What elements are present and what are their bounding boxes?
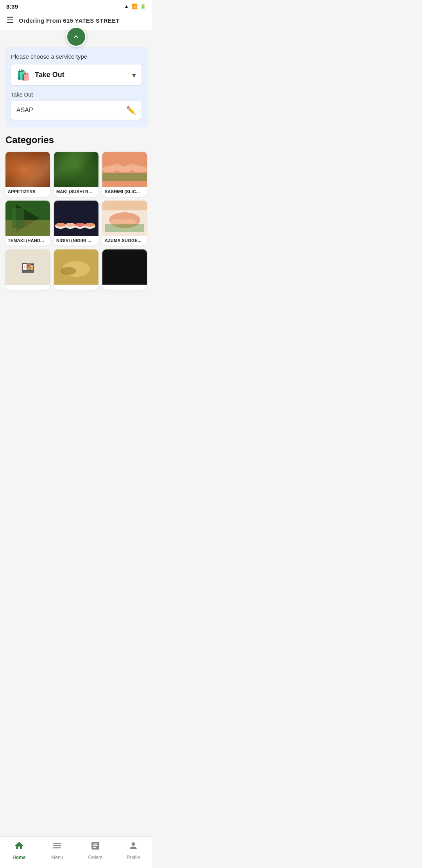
category-image-temaki [5, 201, 50, 236]
categories-section: Categories APPETIZERS MAKI (SUSHI R... [0, 135, 152, 290]
chevron-up-icon [72, 32, 80, 41]
service-dropdown-left: 🛍️ Take Out [16, 68, 64, 81]
category-image-nigiri [54, 201, 98, 236]
svg-point-5 [133, 166, 147, 172]
category-card-row3-3[interactable] [102, 249, 147, 290]
category-card-combo[interactable]: 🍱 [5, 249, 50, 290]
category-image-row3-3 [102, 249, 147, 285]
service-panel: Please choose a service type 🛍️ Take Out… [5, 47, 148, 127]
category-card-sashimi[interactable]: SASHIMI (SLIC... [102, 152, 147, 197]
takeout-time-value: ASAP [16, 107, 33, 114]
header-title: Ordering From 615 YATES STREET [19, 17, 120, 24]
category-card-temaki[interactable]: TEMAKI (HAND... [5, 201, 50, 246]
category-name-nigiri: NIGIRI (NIGIRI ... [54, 236, 98, 246]
status-time: 3:39 [6, 3, 18, 10]
svg-rect-31 [102, 249, 147, 285]
svg-point-13 [55, 223, 66, 227]
category-name-azuma: AZUMA SUGGE... [102, 236, 147, 246]
dropdown-arrow-icon: ▾ [132, 70, 136, 80]
takeout-time-label: Take Out [11, 91, 141, 98]
svg-point-15 [65, 223, 75, 227]
takeout-time-section: Take Out ASAP ✏️ [11, 91, 141, 120]
takeout-time-input[interactable]: ASAP ✏️ [11, 101, 141, 120]
categories-grid: APPETIZERS MAKI (SUSHI R... [5, 152, 147, 290]
category-image-sashimi [102, 152, 147, 187]
category-name-temaki: TEMAKI (HAND... [5, 236, 50, 246]
chevron-up-button[interactable] [66, 27, 86, 47]
svg-rect-11 [54, 201, 98, 236]
status-bar: 3:39 ▲ 📶 🔋 [0, 0, 152, 11]
category-name-combo [5, 285, 50, 290]
battery-icon: 🔋 [140, 4, 146, 9]
category-card-appetizers[interactable]: APPETIZERS [5, 152, 50, 197]
categories-title: Categories [5, 135, 147, 145]
service-type-icon: 🛍️ [16, 68, 30, 81]
category-name-maki: MAKI (SUSHI R... [54, 187, 98, 197]
svg-rect-10 [12, 208, 24, 228]
svg-point-19 [85, 223, 95, 227]
svg-rect-6 [102, 173, 147, 181]
service-prompt-label: Please choose a service type [11, 53, 141, 60]
category-name-sashimi: SASHIMI (SLIC... [102, 187, 147, 197]
category-card-row3-2[interactable] [54, 249, 98, 290]
category-image-combo: 🍱 [5, 249, 50, 285]
svg-rect-24 [105, 224, 144, 232]
category-image-azuma [102, 201, 147, 236]
category-name-row3-2 [54, 285, 98, 290]
category-card-azuma[interactable]: AZUMA SUGGE... [102, 201, 147, 246]
category-card-nigiri[interactable]: NIGIRI (NIGIRI ... [54, 201, 98, 246]
status-icons: ▲ 📶 🔋 [124, 4, 146, 9]
edit-time-icon[interactable]: ✏️ [126, 106, 136, 115]
hamburger-icon[interactable]: ☰ [6, 15, 14, 25]
chevron-up-container [0, 30, 152, 47]
signal-icon: 📶 [131, 4, 138, 9]
service-type-name: Take Out [35, 71, 64, 79]
category-image-maki [54, 152, 98, 187]
category-name-row3-3 [102, 285, 147, 290]
category-card-maki[interactable]: MAKI (SUSHI R... [54, 152, 98, 197]
service-type-dropdown[interactable]: 🛍️ Take Out ▾ [11, 65, 141, 85]
category-image-appetizers [5, 152, 50, 187]
category-image-row3-2 [54, 249, 98, 285]
wifi-icon: ▲ [124, 4, 129, 9]
svg-rect-25 [102, 201, 147, 210]
category-name-appetizers: APPETIZERS [5, 187, 50, 197]
svg-point-30 [61, 267, 76, 275]
svg-point-17 [75, 223, 85, 227]
svg-text:🍱: 🍱 [21, 262, 35, 274]
